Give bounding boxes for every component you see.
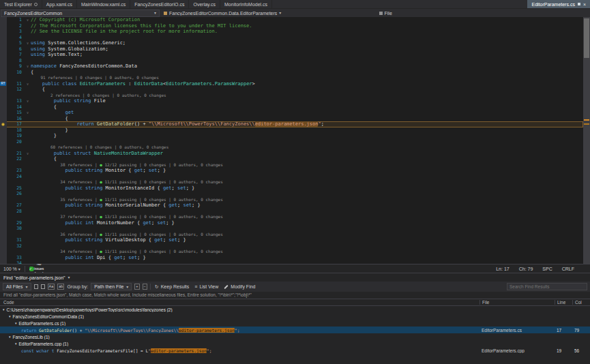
tab-app-xaml-cs[interactable]: App.xaml.cs: [42, 0, 77, 8]
codelens-row[interactable]: 37 references | ● 13/13 passing | 0 chan…: [0, 214, 583, 220]
group-by-dropdown[interactable]: Path then File ▾: [91, 283, 132, 290]
code-line[interactable]: 18 }: [0, 127, 583, 134]
code-line[interactable]: 24: [0, 174, 583, 180]
close-icon[interactable]: ×: [583, 2, 586, 7]
codelens-row[interactable]: 36 references | ● 11/11 passing | 0 chan…: [0, 232, 583, 238]
fold-collapse-icon[interactable]: ∨: [25, 98, 31, 104]
code-line[interactable]: 21∨ public struct NativeMonitorDataWrapp…: [0, 151, 583, 157]
code-line[interactable]: 3// See the LICENSE file in the project …: [0, 29, 583, 35]
search-find-results-input[interactable]: [507, 283, 587, 290]
fold-collapse-icon[interactable]: ∨: [25, 17, 31, 23]
codelens-row[interactable]: 34 references | ● 11/11 passing | 0 chan…: [0, 179, 583, 185]
code-line[interactable]: 20: [0, 139, 583, 145]
code-line[interactable]: 7using System.Text;: [0, 52, 583, 58]
collapse-all-icon[interactable]: −: [143, 284, 147, 290]
find-result-row[interactable]: const wchar_t FancyZonesEditorParameters…: [0, 347, 590, 354]
codelens-row[interactable]: 60 references | 0 changes | 0 authors, 0…: [0, 145, 583, 151]
code-line[interactable]: 19 }: [0, 133, 583, 139]
tab-fancyzoneseditorio-cs[interactable]: FancyZonesEditorIO.cs: [130, 0, 189, 8]
find-result-row[interactable]: return GetDataFolder() + "\\Microsoft\\P…: [0, 327, 590, 333]
tab-editorparameters-cs-active[interactable]: EditorParameters.cs ×: [527, 0, 590, 8]
code-line[interactable]: 14 {: [0, 104, 583, 110]
code-line[interactable]: 25 public string MonitorInstanceId { get…: [0, 185, 583, 192]
code-line[interactable]: 5∨using System.Collections.Generic;: [0, 40, 583, 46]
code-line[interactable]: 15∨ get: [0, 110, 583, 116]
code-line[interactable]: 2// The Microsoft Corporation licenses t…: [0, 23, 583, 29]
code-line[interactable]: 23 public string Monitor { get; set; }: [0, 168, 583, 174]
type-dropdown[interactable]: FancyZonesEditorCommon.Data.EditorParame…: [160, 11, 379, 16]
fold-collapse-icon[interactable]: ∨: [25, 110, 31, 116]
find-group-row[interactable]: ▾EditorParameters.cs (1): [0, 320, 590, 327]
code-line[interactable]: 4: [0, 35, 583, 41]
health-indicator[interactable]: ✓ No issues found: [29, 267, 34, 271]
current-document-icon[interactable]: [41, 284, 45, 289]
fold-collapse-icon[interactable]: ∨: [25, 151, 31, 157]
tree-expanded-icon[interactable]: ▾: [15, 342, 17, 346]
project-dropdown[interactable]: FancyZonesEditorCommon ▾: [1, 10, 160, 17]
code-line[interactable]: 17 return GetDataFolder() + "\\Microsoft…: [0, 121, 583, 127]
code-line[interactable]: 30: [0, 226, 583, 232]
codelens-row[interactable]: 35 references | ● 11/11 passing | 0 chan…: [0, 197, 583, 203]
tab-monitorinfomodel-cs[interactable]: MonitorInfoModel.cs: [220, 0, 272, 8]
tab-test-explorer[interactable]: Test Explorer: [0, 0, 42, 8]
column-header-line[interactable]: Line: [555, 300, 572, 305]
list-view-button[interactable]: ≡ List View: [193, 284, 220, 289]
open-files-icon[interactable]: [34, 284, 38, 289]
column-header-col[interactable]: Col: [572, 300, 590, 305]
tab-mainwindow-xaml-cs[interactable]: MainWindow.xaml.cs: [77, 0, 130, 8]
code-line[interactable]: 28: [0, 209, 583, 215]
code-line[interactable]: 16 {: [0, 116, 583, 122]
code-line[interactable]: 9∨namespace FancyZonesEditorCommon.Data: [0, 63, 583, 70]
code-line[interactable]: 31 public string VirtualDesktop { get; s…: [0, 237, 583, 243]
fold-collapse-icon[interactable]: ∨: [25, 40, 31, 46]
modify-find-button[interactable]: Modify Find: [222, 284, 256, 289]
fold-collapse-icon[interactable]: ∨: [25, 81, 31, 87]
column-header-code[interactable]: Code: [0, 300, 480, 305]
find-panel-title[interactable]: Find "editor-parameters.json" ▾: [0, 273, 590, 282]
tree-expanded-icon[interactable]: ▾: [15, 322, 17, 325]
codelens-row[interactable]: 91 references | 0 changes | 0 authors, 0…: [0, 75, 583, 81]
code-line[interactable]: 13∨ public string File: [0, 98, 583, 104]
find-group-row[interactable]: ▾EditorParameters.cpp (1): [0, 340, 590, 347]
code-line[interactable]: 27 public string MonitorSerialNumber { g…: [0, 202, 583, 209]
result-code-cell: ▾FancyZonesLib (1): [0, 335, 480, 339]
code-line[interactable]: 1∨// Copyright (c) Microsoft Corporation: [0, 17, 583, 23]
code-line[interactable]: 8: [0, 58, 583, 64]
find-group-row[interactable]: ▾FancyZonesLib (1): [0, 333, 590, 340]
tree-expanded-icon[interactable]: ▾: [9, 335, 11, 339]
test-badge-icon[interactable]: RT: [0, 82, 6, 87]
whole-word-icon[interactable]: ab: [57, 284, 64, 290]
scrollbar-thumb[interactable]: [584, 18, 589, 58]
keep-open-icon[interactable]: [578, 3, 580, 5]
code-line[interactable]: 29 public int MonitorNumber { get; set; …: [0, 220, 583, 226]
code-line[interactable]: 26: [0, 191, 583, 197]
code-line[interactable]: 12 {: [0, 87, 583, 93]
column-header-file[interactable]: File: [480, 300, 555, 305]
fold-spacer: [25, 145, 31, 151]
fold-collapse-icon[interactable]: ∨: [25, 63, 31, 70]
keep-results-button[interactable]: ↻ Keep Results: [153, 284, 191, 289]
expand-all-icon[interactable]: +: [134, 284, 139, 290]
code-line[interactable]: RT11∨ public class EditorParameters : Ed…: [0, 81, 583, 87]
quick-actions-lightbulb-icon[interactable]: [1, 123, 5, 126]
tree-expanded-icon[interactable]: ▾: [3, 308, 5, 312]
codelens-row[interactable]: 34 references | ● 11/11 passing | 0 chan…: [0, 249, 583, 255]
code-line[interactable]: 22 {: [0, 156, 583, 162]
find-group-row[interactable]: ▾C:\Users\zhaopengwang\Desktop\powertoys…: [0, 306, 590, 313]
tab-overlay-cs[interactable]: Overlay.cs: [189, 0, 220, 8]
editor-scrollbar[interactable]: [583, 17, 590, 264]
zoom-control[interactable]: 100 % ▾: [3, 267, 20, 271]
find-group-row[interactable]: ▾FancyZonesEditorCommon\Data (1): [0, 313, 590, 320]
code-editor[interactable]: 1∨// Copyright (c) Microsoft Corporation…: [0, 17, 590, 264]
match-case-icon[interactable]: Aa: [48, 284, 55, 290]
code-line[interactable]: 10{: [0, 70, 583, 76]
code-line[interactable]: 6using System.Globalization;: [0, 46, 583, 52]
tree-expanded-icon[interactable]: ▾: [9, 315, 11, 318]
codelens-row[interactable]: 38 references | ● 12/12 passing | 0 chan…: [0, 162, 583, 168]
codelens-row[interactable]: 2 references | 0 changes | 0 authors, 0 …: [0, 93, 583, 99]
code-line[interactable]: 34: [0, 260, 583, 264]
code-line[interactable]: 33 public int Dpi { get; set; }: [0, 255, 583, 261]
member-dropdown[interactable]: File: [379, 11, 590, 16]
code-line[interactable]: 32: [0, 243, 583, 249]
scope-dropdown[interactable]: All Files ▾: [3, 283, 31, 290]
